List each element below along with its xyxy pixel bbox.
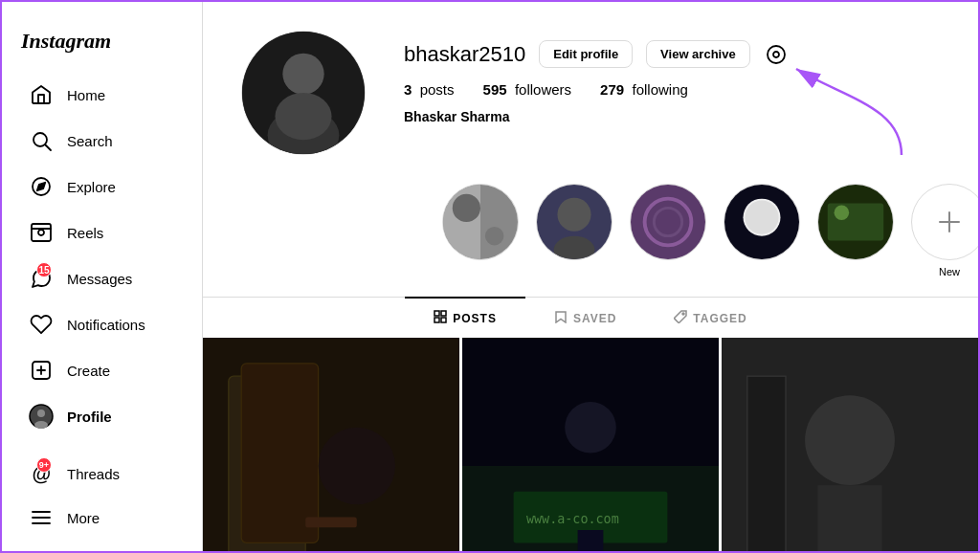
svg-point-55	[565, 402, 616, 453]
sidebar-item-reels[interactable]: Reels	[10, 210, 194, 254]
story-item-4[interactable]	[724, 184, 800, 277]
sidebar-bottom: @ 9+ Threads More	[2, 452, 202, 540]
instagram-logo: Instagram	[2, 17, 202, 73]
profile-section: bhaskar2510 Edit profile View archive 3 …	[203, 2, 978, 553]
explore-icon	[29, 174, 54, 199]
svg-line-1	[46, 145, 52, 151]
tab-tagged[interactable]: Tagged	[645, 297, 775, 338]
posts-count: 3	[404, 81, 412, 98]
posts-tab-icon	[434, 310, 447, 326]
story-item-1[interactable]	[442, 184, 519, 277]
posts-grid: www.a-co.com	[203, 338, 978, 553]
profile-username: bhaskar2510	[404, 42, 525, 67]
stats-row: 3 posts 595 followers 279 following	[404, 81, 940, 98]
sidebar-nav: Home Search Explore	[2, 73, 202, 452]
post-item-1[interactable]	[203, 338, 459, 553]
svg-rect-61	[747, 376, 786, 553]
sidebar-item-profile[interactable]: Profile	[10, 394, 194, 438]
profile-avatar-icon	[29, 404, 54, 429]
svg-point-12	[34, 421, 48, 429]
settings-icon[interactable]	[764, 42, 789, 67]
sidebar-item-threads-label: Threads	[67, 466, 120, 482]
story-circle-3	[630, 184, 706, 260]
posts-label: posts	[420, 81, 455, 98]
svg-point-38	[835, 205, 850, 220]
sidebar-item-threads[interactable]: @ 9+ Threads	[10, 452, 194, 496]
reels-icon	[29, 220, 54, 245]
sidebar: Instagram Home Search	[2, 2, 203, 553]
sidebar-item-create[interactable]: Create	[10, 348, 194, 392]
sidebar-item-explore[interactable]: Explore	[10, 165, 194, 209]
posts-stat[interactable]: 3 posts	[404, 81, 455, 98]
svg-point-20	[275, 93, 331, 140]
svg-rect-44	[441, 318, 446, 322]
sidebar-item-reels-label: Reels	[67, 225, 103, 241]
sidebar-item-search[interactable]: Search	[10, 119, 194, 163]
sidebar-item-home-label: Home	[67, 87, 105, 103]
svg-point-11	[37, 409, 45, 417]
svg-point-45	[682, 313, 684, 315]
svg-text:www.a-co.com: www.a-co.com	[526, 512, 619, 526]
svg-rect-41	[434, 311, 439, 316]
tab-saved[interactable]: Saved	[525, 297, 645, 338]
svg-rect-56	[578, 530, 604, 553]
svg-rect-48	[241, 364, 318, 543]
tabs-row: Posts Saved Tagged	[203, 297, 978, 338]
more-icon	[29, 505, 54, 530]
svg-rect-30	[631, 185, 705, 259]
tab-posts-label: Posts	[453, 312, 497, 325]
post-item-2[interactable]: www.a-co.com	[462, 338, 719, 553]
profile-header: bhaskar2510 Edit profile View archive 3 …	[203, 2, 978, 174]
profile-avatar	[241, 31, 366, 155]
story-circle-5	[817, 184, 894, 260]
svg-point-18	[282, 54, 323, 95]
following-stat[interactable]: 279 following	[600, 81, 688, 98]
svg-rect-42	[441, 311, 446, 316]
followers-count: 595	[483, 81, 507, 98]
svg-point-59	[805, 395, 895, 485]
profile-avatar-image	[242, 32, 365, 154]
svg-rect-43	[434, 318, 439, 322]
tab-posts[interactable]: Posts	[405, 297, 525, 338]
sidebar-item-profile-label: Profile	[67, 409, 112, 425]
post-item-3[interactable]	[722, 338, 978, 553]
sidebar-item-explore-label: Explore	[67, 179, 116, 195]
followers-label: followers	[515, 81, 571, 98]
tab-tagged-label: Tagged	[693, 312, 746, 325]
threads-badge: 9+	[36, 457, 52, 473]
story-add-button[interactable]	[911, 184, 978, 260]
search-icon	[29, 128, 54, 153]
svg-marker-3	[37, 183, 45, 190]
story-circle-1	[442, 184, 519, 260]
sidebar-item-more[interactable]: More	[10, 496, 194, 540]
notifications-icon	[29, 312, 54, 337]
sidebar-item-messages[interactable]: 15 Messages	[10, 256, 194, 300]
story-item-5[interactable]	[817, 184, 894, 277]
post-image-3	[722, 338, 978, 553]
sidebar-item-notifications-label: Notifications	[67, 317, 145, 333]
svg-point-28	[557, 198, 590, 232]
tab-saved-label: Saved	[573, 312, 616, 325]
profile-display-name: Bhaskar Sharma	[404, 109, 940, 124]
svg-rect-4	[32, 224, 51, 241]
story-item-3[interactable]	[630, 184, 706, 277]
post-image-2: www.a-co.com	[462, 338, 719, 553]
svg-point-21	[768, 46, 785, 63]
svg-rect-60	[818, 485, 882, 553]
profile-info: bhaskar2510 Edit profile View archive 3 …	[404, 31, 940, 124]
view-archive-button[interactable]: View archive	[646, 40, 750, 68]
followers-stat[interactable]: 595 followers	[483, 81, 572, 98]
svg-point-26	[485, 227, 504, 246]
sidebar-item-home[interactable]: Home	[10, 73, 194, 117]
svg-point-5	[38, 230, 44, 235]
messages-badge: 15	[36, 262, 52, 277]
story-item-new[interactable]: New	[911, 184, 978, 277]
tagged-tab-icon	[674, 310, 687, 326]
story-circle-2	[536, 184, 612, 260]
edit-profile-button[interactable]: Edit profile	[539, 40, 633, 68]
sidebar-item-notifications[interactable]: Notifications	[10, 302, 194, 346]
following-label: following	[632, 81, 687, 98]
story-item-2[interactable]	[536, 184, 612, 277]
home-icon	[29, 82, 54, 107]
svg-point-49	[319, 428, 395, 504]
